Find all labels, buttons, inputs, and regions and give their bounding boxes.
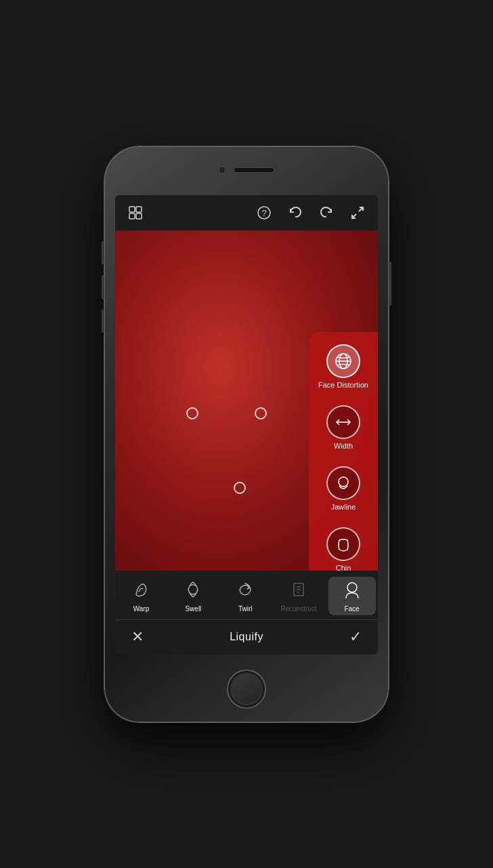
phone-body: ? bbox=[104, 146, 389, 722]
twirl-icon bbox=[235, 579, 255, 602]
jawline-label: Jawline bbox=[331, 503, 356, 511]
width-label: Width bbox=[334, 442, 353, 450]
swell-icon bbox=[183, 579, 203, 602]
control-dot-chin[interactable] bbox=[234, 482, 246, 494]
jawline-icon bbox=[326, 466, 360, 500]
phone-top-bar bbox=[219, 167, 274, 173]
tool-warp[interactable]: Warp bbox=[117, 577, 165, 615]
confirm-button[interactable]: ✓ bbox=[349, 628, 362, 646]
panel-item-width[interactable]: Width bbox=[313, 398, 374, 457]
layers-icon[interactable] bbox=[126, 203, 145, 222]
home-button[interactable] bbox=[227, 669, 266, 709]
face-tool-icon bbox=[342, 579, 362, 602]
toolbar-right: ? bbox=[255, 203, 367, 222]
warp-icon bbox=[131, 579, 151, 602]
panel-item-chin[interactable]: Chin bbox=[313, 520, 374, 570]
reconstruct-icon bbox=[288, 579, 309, 602]
tool-face[interactable]: Face bbox=[328, 577, 376, 615]
svg-rect-0 bbox=[129, 207, 135, 212]
top-toolbar: ? bbox=[115, 195, 378, 230]
help-icon[interactable]: ? bbox=[255, 203, 274, 222]
redo-icon[interactable] bbox=[317, 203, 336, 222]
svg-point-57 bbox=[339, 477, 348, 487]
svg-text:?: ? bbox=[261, 208, 266, 218]
face-distortion-label: Face Distortion bbox=[318, 381, 368, 389]
side-panel: Face Distortion Width bbox=[309, 332, 378, 570]
face-tool-label: Face bbox=[344, 605, 359, 613]
svg-point-62 bbox=[347, 583, 357, 592]
chin-label: Chin bbox=[336, 564, 351, 570]
speaker-grille bbox=[234, 167, 274, 173]
toolbar-left bbox=[126, 203, 145, 222]
svg-rect-1 bbox=[136, 207, 142, 212]
bottom-action-bar: ✕ Liquify ✓ bbox=[115, 619, 378, 655]
twirl-label: Twirl bbox=[238, 605, 253, 613]
tool-reconstruct[interactable]: Reconstruct bbox=[274, 577, 323, 615]
cancel-button[interactable]: ✕ bbox=[131, 628, 144, 646]
warp-label: Warp bbox=[133, 605, 150, 613]
control-dot-left[interactable] bbox=[186, 407, 198, 419]
front-camera bbox=[219, 167, 226, 173]
width-icon bbox=[326, 405, 360, 439]
main-image: Face Distortion Width bbox=[115, 230, 378, 571]
tool-swell[interactable]: Swell bbox=[169, 577, 217, 615]
panel-item-jawline[interactable]: Jawline bbox=[313, 459, 374, 518]
screen: ? bbox=[115, 195, 378, 655]
undo-icon[interactable] bbox=[286, 203, 305, 222]
tool-twirl[interactable]: Twirl bbox=[221, 577, 269, 615]
chin-icon bbox=[326, 527, 360, 561]
control-dot-right[interactable] bbox=[255, 407, 267, 419]
bottom-tools: Warp Swell bbox=[115, 571, 378, 619]
swell-label: Swell bbox=[185, 605, 201, 613]
svg-rect-3 bbox=[136, 213, 142, 219]
phone-outer: ? bbox=[0, 0, 493, 868]
svg-rect-2 bbox=[129, 213, 135, 219]
expand-icon[interactable] bbox=[348, 203, 367, 222]
reconstruct-label: Reconstruct bbox=[280, 605, 316, 613]
phone-screen-area: ? bbox=[115, 195, 378, 655]
panel-item-face-distortion[interactable]: Face Distortion bbox=[309, 337, 378, 396]
liquify-title: Liquify bbox=[230, 631, 263, 643]
face-distortion-icon bbox=[326, 344, 360, 378]
